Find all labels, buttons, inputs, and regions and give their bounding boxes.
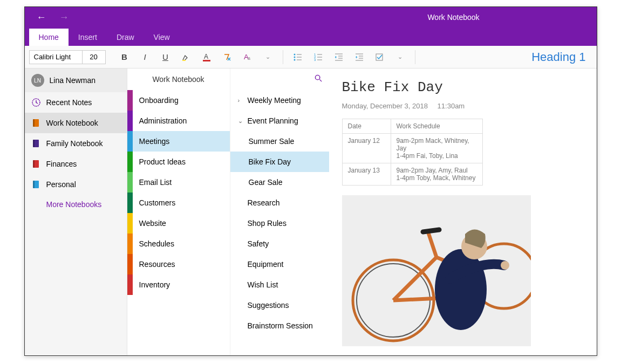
notebook-label: Finances (46, 160, 77, 168)
section-color-tab (127, 254, 133, 274)
page-label: Brainstorm Session (248, 321, 313, 330)
notebook-icon (31, 159, 41, 169)
section-color-tab (127, 111, 133, 131)
section-label: Website (139, 219, 166, 228)
page-item[interactable]: Research (230, 193, 329, 213)
section-item[interactable]: Customers (127, 193, 230, 213)
app-window: ← → Work Notebook Home Insert Draw View … (24, 6, 597, 356)
page-item[interactable]: Wish List (230, 274, 329, 295)
chevron-right-icon[interactable]: › (238, 97, 244, 104)
svg-line-36 (319, 79, 322, 81)
italic-button[interactable]: I (136, 49, 154, 65)
notebook-icon (31, 180, 41, 189)
more-para-button[interactable]: ⌄ (391, 49, 410, 65)
indent-button[interactable] (350, 49, 368, 65)
section-item[interactable]: Resources (127, 254, 230, 274)
notebook-icon (31, 139, 41, 148)
page-item[interactable]: ⌄Event Planning (230, 111, 329, 131)
font-size-input[interactable] (83, 51, 105, 64)
highlight-button[interactable] (177, 49, 195, 65)
underline-button[interactable]: U (156, 49, 175, 65)
section-item[interactable]: Schedules (127, 233, 230, 254)
section-item[interactable]: Inventory (127, 274, 230, 295)
section-item[interactable]: Product Ideas (127, 152, 230, 172)
schedule-table[interactable]: Date Work Schedule January 12 9am-2pm Ma… (342, 119, 483, 186)
user-account[interactable]: LN Lina Newman (25, 68, 127, 92)
page-item[interactable]: Equipment (230, 254, 329, 274)
bullet-list-button[interactable] (289, 49, 307, 65)
tab-insert[interactable]: Insert (69, 29, 107, 46)
more-font-button[interactable]: ⌄ (259, 49, 277, 65)
chevron-down-icon[interactable]: ⌄ (238, 118, 244, 125)
section-label: Meetings (139, 137, 170, 146)
section-label: Product Ideas (139, 157, 186, 166)
window-title: Work Notebook (427, 13, 479, 22)
font-name-input[interactable] (30, 51, 83, 64)
notebook-item[interactable]: Family Notebook (25, 133, 127, 154)
outdent-button[interactable] (330, 49, 348, 65)
section-label: Schedules (139, 239, 174, 248)
page-item[interactable]: Suggestions (230, 295, 329, 315)
bold-button[interactable]: B (115, 49, 134, 65)
page-item[interactable]: Safety (230, 233, 329, 254)
note-content[interactable]: Bike Fix Day Monday, December 3, 2018 11… (329, 68, 597, 355)
format-painter-button[interactable]: Aa (238, 49, 257, 65)
user-name: Lina Newman (50, 76, 96, 85)
notebook-label: Family Notebook (46, 139, 103, 148)
section-item[interactable]: Onboarding (127, 90, 230, 111)
notebook-icon (31, 118, 41, 128)
svg-point-7 (294, 59, 295, 60)
section-color-tab (127, 213, 133, 233)
todo-tag-button[interactable] (371, 49, 389, 65)
style-heading[interactable]: Heading 1 (531, 50, 585, 64)
toolbar: B I U A Aa ⌄ 123 ⌄ Heading 1 (25, 46, 597, 68)
font-color-button[interactable]: A (197, 49, 216, 65)
page-label: Safety (248, 239, 269, 248)
page-item[interactable]: Summer Sale (230, 131, 329, 152)
titlebar: ← → Work Notebook (25, 7, 597, 28)
tab-home[interactable]: Home (29, 29, 69, 46)
page-label: Wish List (248, 280, 278, 289)
notebook-icon (31, 98, 41, 107)
section-item[interactable]: Email List (127, 172, 230, 193)
search-icon[interactable] (315, 74, 323, 84)
page-label: Shop Rules (248, 219, 286, 228)
svg-rect-28 (33, 119, 35, 127)
page-item[interactable]: Gear Sale (230, 172, 329, 193)
section-item[interactable]: Website (127, 213, 230, 233)
page-label: Weekly Meeting (248, 96, 301, 105)
tab-view[interactable]: View (144, 29, 180, 46)
number-list-button[interactable]: 123 (309, 49, 327, 65)
notebook-item[interactable]: Work Notebook (25, 113, 127, 133)
table-row: January 13 9am-2pm Jay, Amy, Raul 1-4pm … (342, 163, 482, 186)
section-item[interactable]: Meetings (127, 131, 230, 152)
section-label: Onboarding (139, 96, 179, 105)
section-color-tab (127, 172, 133, 193)
notebook-item[interactable]: Finances (25, 154, 127, 174)
notebook-item[interactable]: Personal (25, 174, 127, 195)
pages-column: ›Weekly Meeting⌄Event PlanningSummer Sal… (230, 68, 329, 355)
page-item[interactable]: ›Weekly Meeting (230, 90, 329, 111)
notebook-sidebar: LN Lina Newman Recent NotesWork Notebook… (25, 68, 127, 355)
section-label: Customers (139, 198, 176, 207)
page-item[interactable]: Bike Fix Day (230, 152, 329, 172)
sections-column: Work Notebook OnboardingAdministrationMe… (127, 68, 230, 355)
svg-text:3: 3 (314, 58, 316, 61)
note-date: Monday, December 3, 2018 (342, 102, 428, 110)
tab-draw[interactable]: Draw (107, 29, 144, 46)
svg-rect-30 (33, 140, 35, 147)
clear-format-button[interactable] (218, 49, 236, 65)
page-title[interactable]: Bike Fix Day (342, 79, 584, 95)
back-button[interactable]: ← (37, 12, 46, 23)
note-image[interactable] (342, 195, 531, 346)
svg-rect-34 (33, 181, 35, 188)
section-label: Resources (139, 260, 175, 269)
section-item[interactable]: Administration (127, 111, 230, 131)
page-item[interactable]: Brainstorm Session (230, 315, 329, 336)
more-notebooks[interactable]: More Notebooks (25, 195, 127, 214)
forward-button[interactable]: → (59, 12, 69, 23)
notebook-item[interactable]: Recent Notes (25, 92, 127, 113)
svg-point-35 (315, 75, 319, 79)
section-label: Email List (139, 178, 172, 187)
page-item[interactable]: Shop Rules (230, 213, 329, 233)
